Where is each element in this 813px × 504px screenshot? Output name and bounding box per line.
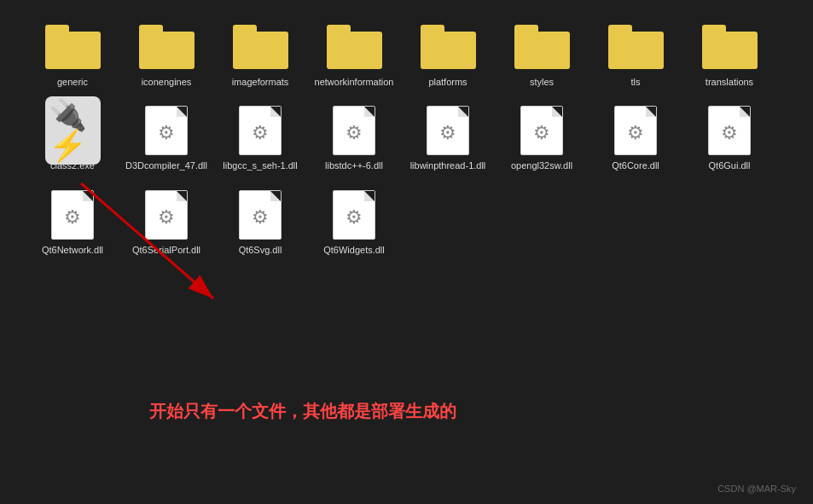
folder-item-imageformats[interactable]: imageformats bbox=[213, 17, 307, 92]
gear-icon: ⚙ bbox=[158, 122, 175, 144]
gear-icon: ⚙ bbox=[346, 122, 363, 144]
folder-icon-imageformats bbox=[230, 21, 290, 72]
folder-label-generic: generic bbox=[57, 76, 88, 88]
gear-icon: ⚙ bbox=[64, 206, 81, 228]
watermark: CSDN @MAR-Sky bbox=[717, 484, 796, 494]
file-item-qt6core[interactable]: ⚙ Qt6Core.dll bbox=[589, 101, 682, 176]
dll-icon-libstdc: ⚙ bbox=[324, 105, 384, 156]
folder-item-generic[interactable]: generic bbox=[26, 17, 119, 92]
annotation-label: 开始只有一个文件，其他都是部署生成的 bbox=[149, 400, 456, 423]
folder-item-tls[interactable]: tls bbox=[589, 17, 682, 92]
folder-label-translations: translations bbox=[706, 76, 753, 88]
folder-item-styles[interactable]: styles bbox=[495, 17, 589, 92]
file-explorer: generic iconengines imageformats bbox=[0, 0, 813, 504]
dll-icon-qt6core: ⚙ bbox=[606, 105, 665, 156]
folder-icon-translations bbox=[700, 21, 759, 72]
folder-item-iconengines[interactable]: iconengines bbox=[119, 17, 213, 92]
file-label-d3dcompiler: D3Dcompiler_47.dll bbox=[125, 159, 207, 171]
file-label-qt6svg: Qt6Svg.dll bbox=[239, 244, 282, 256]
file-label-qt6gui: Qt6Gui.dll bbox=[709, 159, 751, 171]
file-label-qt6core: Qt6Core.dll bbox=[612, 159, 659, 171]
file-item-qt6gui[interactable]: ⚙ Qt6Gui.dll bbox=[682, 101, 776, 176]
file-item-qt6serialport[interactable]: ⚙ Qt6SerialPort.dll bbox=[119, 185, 213, 260]
folder-icon-generic bbox=[43, 21, 102, 72]
dll-icon-qt6serialport: ⚙ bbox=[136, 189, 196, 240]
gear-icon: ⚙ bbox=[346, 206, 363, 228]
dll-icon-opengl32sw: ⚙ bbox=[512, 105, 572, 156]
folder-label-platforms: platforms bbox=[428, 76, 467, 88]
items-grid: generic iconengines imageformats bbox=[26, 17, 787, 260]
file-item-d3dcompiler[interactable]: ⚙ D3Dcompiler_47.dll bbox=[119, 101, 213, 176]
folder-icon-tls bbox=[606, 21, 665, 72]
folder-label-tls: tls bbox=[631, 76, 641, 88]
folder-label-iconengines: iconengines bbox=[142, 76, 192, 88]
file-item-class2exe[interactable]: 🔌⚡ class2.exe bbox=[26, 101, 119, 176]
dll-icon-libgcc: ⚙ bbox=[230, 105, 290, 156]
gear-icon: ⚙ bbox=[439, 122, 456, 144]
file-label-libwinpthread: libwinpthread-1.dll bbox=[410, 159, 486, 171]
folder-item-platforms[interactable]: platforms bbox=[401, 17, 495, 92]
file-label-opengl32sw: opengl32sw.dll bbox=[511, 159, 572, 171]
folder-item-networkinformation[interactable]: networkinformation bbox=[307, 17, 401, 92]
usb-power-icon: 🔌⚡ bbox=[45, 96, 101, 165]
file-item-qt6network[interactable]: ⚙ Qt6Network.dll bbox=[26, 185, 119, 260]
file-item-opengl32sw[interactable]: ⚙ opengl32sw.dll bbox=[495, 101, 589, 176]
folder-icon-platforms bbox=[418, 21, 478, 72]
file-label-qt6widgets: Qt6Widgets.dll bbox=[323, 244, 385, 256]
file-item-qt6widgets[interactable]: ⚙ Qt6Widgets.dll bbox=[307, 185, 401, 260]
file-label-qt6serialport: Qt6SerialPort.dll bbox=[132, 244, 200, 256]
dll-icon-qt6svg: ⚙ bbox=[230, 189, 290, 240]
folder-icon-networkinformation bbox=[324, 21, 384, 72]
folder-icon-styles bbox=[512, 21, 572, 72]
folder-label-imageformats: imageformats bbox=[232, 76, 289, 88]
file-label-libstdc: libstdc++-6.dll bbox=[325, 159, 383, 171]
gear-icon: ⚙ bbox=[252, 122, 269, 144]
file-item-libstdc[interactable]: ⚙ libstdc++-6.dll bbox=[307, 101, 401, 176]
gear-icon: ⚙ bbox=[158, 206, 175, 228]
dll-icon-libwinpthread: ⚙ bbox=[418, 105, 478, 156]
dll-icon-qt6widgets: ⚙ bbox=[324, 189, 384, 240]
dll-icon-d3dcompiler: ⚙ bbox=[136, 105, 196, 156]
folder-item-translations[interactable]: translations bbox=[682, 17, 776, 92]
folder-icon-iconengines bbox=[136, 21, 196, 72]
file-item-libgcc[interactable]: ⚙ libgcc_s_seh-1.dll bbox=[213, 101, 307, 176]
file-item-libwinpthread[interactable]: ⚙ libwinpthread-1.dll bbox=[401, 101, 495, 176]
exe-icon-class2: 🔌⚡ bbox=[43, 105, 102, 156]
gear-icon: ⚙ bbox=[627, 122, 644, 144]
gear-icon: ⚙ bbox=[533, 122, 550, 144]
dll-icon-qt6network: ⚙ bbox=[43, 189, 102, 240]
file-item-qt6svg[interactable]: ⚙ Qt6Svg.dll bbox=[213, 185, 307, 260]
folder-label-styles: styles bbox=[530, 76, 554, 88]
file-label-qt6network: Qt6Network.dll bbox=[42, 244, 103, 256]
gear-icon: ⚙ bbox=[252, 206, 269, 228]
gear-icon: ⚙ bbox=[721, 122, 738, 144]
file-label-libgcc: libgcc_s_seh-1.dll bbox=[223, 159, 297, 171]
folder-label-networkinformation: networkinformation bbox=[315, 76, 394, 88]
dll-icon-qt6gui: ⚙ bbox=[700, 105, 759, 156]
